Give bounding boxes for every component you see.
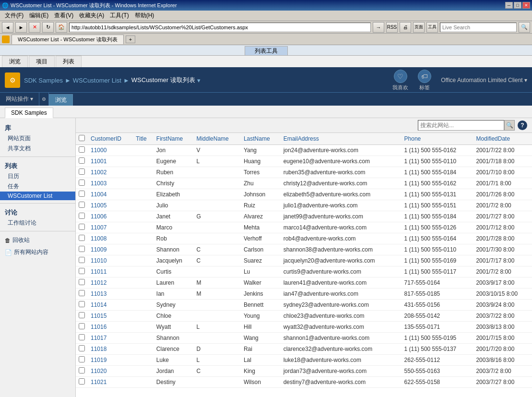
- row-select-checkbox[interactable]: [79, 279, 85, 285]
- row-checkbox[interactable]: [76, 366, 88, 377]
- col-firstname[interactable]: FirstName: [154, 133, 194, 145]
- row-checkbox[interactable]: [76, 145, 88, 156]
- col-customerid[interactable]: CustomerID: [88, 133, 133, 145]
- row-select-checkbox[interactable]: [79, 356, 85, 362]
- row-checkbox[interactable]: [76, 233, 88, 244]
- row-select-checkbox[interactable]: [79, 323, 85, 329]
- breadcrumb-sdk[interactable]: SDK Samples: [24, 77, 63, 84]
- nav-icon[interactable]: ⚙: [39, 93, 49, 106]
- sidebar-section-library[interactable]: 库: [0, 122, 75, 133]
- row-select-checkbox[interactable]: [79, 213, 85, 219]
- customer-id-link[interactable]: 11016: [91, 324, 106, 330]
- breadcrumb-list[interactable]: WSCustomer List: [73, 77, 121, 84]
- row-checkbox[interactable]: [76, 189, 88, 200]
- customer-id-link[interactable]: 11003: [91, 180, 106, 187]
- site-menu-button[interactable]: Office Automation Limited Client ▾: [441, 77, 527, 84]
- menu-view[interactable]: 查看(V): [51, 11, 76, 21]
- select-all-checkbox[interactable]: [79, 135, 85, 141]
- customer-id-link[interactable]: 11007: [91, 224, 106, 231]
- row-select-checkbox[interactable]: [79, 334, 85, 340]
- sidebar-recycle-bin[interactable]: 🗑 回收站: [0, 234, 75, 246]
- col-modified[interactable]: ModifiedDate: [473, 133, 532, 145]
- browser-tab[interactable]: WSCustomer List - WSCustomer 读取列表: [12, 35, 124, 44]
- customer-id-link[interactable]: 11005: [91, 202, 106, 209]
- row-checkbox[interactable]: [76, 344, 88, 355]
- row-select-checkbox[interactable]: [79, 345, 85, 351]
- customer-id-link[interactable]: 11006: [91, 213, 106, 220]
- row-checkbox[interactable]: [76, 333, 88, 344]
- site-search-input[interactable]: [418, 120, 504, 131]
- site-search-button[interactable]: 🔍: [504, 120, 515, 131]
- row-select-checkbox[interactable]: [79, 301, 85, 307]
- sidebar-item-tasks[interactable]: 任务: [0, 181, 75, 192]
- row-checkbox[interactable]: [76, 178, 88, 189]
- go-button[interactable]: →: [373, 22, 384, 33]
- menu-edit[interactable]: 编辑(E): [26, 11, 51, 21]
- sdk-samples-tab[interactable]: SDK Samples: [5, 108, 53, 118]
- row-checkbox[interactable]: [76, 244, 88, 255]
- row-checkbox[interactable]: [76, 377, 88, 388]
- sidebar-item-shared-docs[interactable]: 共享文档: [0, 144, 75, 154]
- row-checkbox[interactable]: [76, 277, 88, 289]
- bookmark-button[interactable]: 🏷 标签: [418, 70, 431, 91]
- row-select-checkbox[interactable]: [79, 191, 85, 197]
- live-search-button[interactable]: 🔍: [519, 22, 530, 33]
- sidebar-item-team-discussion[interactable]: 工作组讨论: [0, 218, 75, 228]
- col-middlename[interactable]: MiddleName: [193, 133, 240, 145]
- restore-button[interactable]: □: [514, 2, 521, 9]
- close-button[interactable]: ✕: [522, 2, 530, 9]
- row-select-checkbox[interactable]: [79, 202, 85, 208]
- customer-id-link[interactable]: 11010: [91, 257, 106, 264]
- row-select-checkbox[interactable]: [79, 146, 85, 153]
- sidebar-all-content[interactable]: 📄 所有网站内容: [0, 246, 75, 258]
- row-select-checkbox[interactable]: [79, 168, 85, 175]
- page-button[interactable]: 页面: [413, 22, 425, 33]
- refresh-button[interactable]: ↻: [42, 22, 54, 33]
- like-button[interactable]: ♡ 我喜欢: [392, 70, 408, 91]
- row-checkbox[interactable]: [76, 266, 88, 277]
- customer-id-link[interactable]: 11001: [91, 158, 106, 165]
- stop-button[interactable]: ✕: [29, 22, 40, 33]
- menu-favorites[interactable]: 收藏夹(A): [76, 11, 107, 21]
- row-checkbox[interactable]: [76, 322, 88, 333]
- forward-button[interactable]: ►: [15, 22, 27, 33]
- customer-id-link[interactable]: 11018: [91, 346, 106, 352]
- customer-id-link[interactable]: 11011: [91, 268, 106, 275]
- nav-site-actions[interactable]: 网站操作 ▾: [0, 93, 39, 106]
- tab-browse[interactable]: 浏览: [2, 56, 28, 67]
- live-search-input[interactable]: [440, 23, 517, 32]
- customer-id-link[interactable]: 11019: [91, 357, 106, 363]
- menu-tools[interactable]: 工具(T): [107, 11, 131, 21]
- col-checkbox[interactable]: [76, 133, 88, 145]
- sidebar-section-lists[interactable]: 列表: [0, 160, 75, 171]
- row-select-checkbox[interactable]: [79, 157, 85, 164]
- sidebar-section-discussion[interactable]: 讨论: [0, 206, 75, 218]
- sidebar-item-site-pages[interactable]: 网站页面: [0, 133, 75, 144]
- row-select-checkbox[interactable]: [79, 378, 85, 385]
- row-select-checkbox[interactable]: [79, 290, 85, 296]
- row-select-checkbox[interactable]: [79, 235, 85, 241]
- new-tab-button[interactable]: +: [126, 36, 135, 43]
- help-button[interactable]: ?: [518, 120, 527, 130]
- breadcrumb-dropdown[interactable]: ▾: [197, 77, 201, 84]
- menu-help[interactable]: 帮助(H): [132, 11, 157, 21]
- row-checkbox[interactable]: [76, 167, 88, 178]
- row-checkbox[interactable]: [76, 255, 88, 266]
- row-checkbox[interactable]: [76, 289, 88, 300]
- row-select-checkbox[interactable]: [79, 224, 85, 230]
- row-checkbox[interactable]: [76, 222, 88, 233]
- row-checkbox[interactable]: [76, 300, 88, 311]
- row-select-checkbox[interactable]: [79, 257, 85, 263]
- print-button[interactable]: 🖨: [400, 22, 411, 33]
- customer-id-link[interactable]: 11008: [91, 235, 106, 242]
- col-title[interactable]: Title: [133, 133, 153, 145]
- row-checkbox[interactable]: [76, 156, 88, 167]
- row-select-checkbox[interactable]: [79, 180, 85, 186]
- minimize-button[interactable]: ─: [505, 2, 513, 9]
- row-checkbox[interactable]: [76, 200, 88, 211]
- customer-id-link[interactable]: 11012: [91, 279, 106, 286]
- customer-id-link[interactable]: 11014: [91, 301, 106, 308]
- col-phone[interactable]: Phone: [402, 133, 473, 145]
- sidebar-item-wscustomer[interactable]: WSCustomer List: [0, 192, 75, 200]
- col-email[interactable]: EmailAddress: [281, 133, 402, 145]
